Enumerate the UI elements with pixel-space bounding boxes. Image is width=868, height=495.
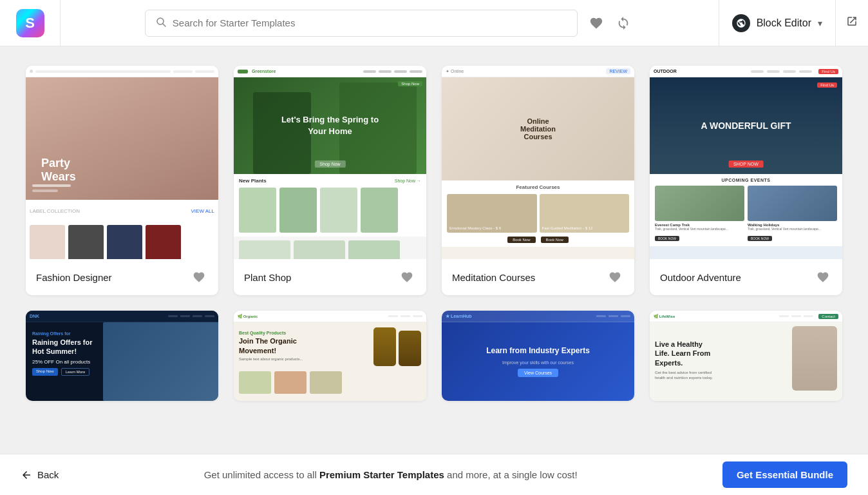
wordpress-logo <box>732 14 750 32</box>
back-button[interactable]: Back <box>21 469 59 481</box>
plant-nav: Greenstore <box>234 66 426 77</box>
template-preview-plant: Greenstore Let's Bring the Spring toYour… <box>234 66 426 259</box>
footer-bar: Back Get unlimited access to all Premium… <box>0 454 868 495</box>
app-logo: S <box>16 9 44 37</box>
refresh-icon[interactable] <box>612 12 634 34</box>
template-footer: Meditation Courses <box>442 259 634 295</box>
template-preview-meditation: ✦ Online REVIEW OnlineMeditationCourses … <box>442 66 634 259</box>
template-card[interactable]: Greenstore Let's Bring the Spring toYour… <box>234 66 426 295</box>
logo-area[interactable]: S <box>0 0 61 46</box>
template-card[interactable]: OUTDOOR Find Us A WONDERFUL GIFT SHOP NO… <box>650 66 842 295</box>
template-name: Meditation Courses <box>452 272 535 283</box>
search-bar[interactable] <box>145 10 578 37</box>
favorite-button[interactable] <box>814 268 832 286</box>
template-card[interactable]: ★ LearnHub Learn from Industry Experts I… <box>442 311 634 401</box>
favorite-button[interactable] <box>190 268 208 286</box>
search-container <box>145 10 634 37</box>
header: S Block <box>0 0 868 46</box>
template-card[interactable]: 🌿 Organic Best Quality Products Join The… <box>234 311 426 401</box>
template-card[interactable]: DNK Raining Offers for Raining Offers fo… <box>26 311 218 401</box>
template-preview-fashion: PartyWears LABEL COLLECTION VIEW ALL <box>26 66 218 259</box>
template-card[interactable]: PartyWears LABEL COLLECTION VIEW ALL <box>26 66 218 295</box>
svg-line-1 <box>163 24 165 26</box>
main-content: PartyWears LABEL COLLECTION VIEW ALL <box>0 46 868 452</box>
favorite-button[interactable] <box>398 268 416 286</box>
external-link-icon[interactable] <box>836 9 868 37</box>
template-footer: Fashion Designer <box>26 259 218 295</box>
favorite-button[interactable] <box>606 268 624 286</box>
template-grid: PartyWears LABEL COLLECTION VIEW ALL <box>26 66 842 401</box>
outdoor-nav: OUTDOOR Find Us <box>650 66 842 77</box>
template-card[interactable]: 🌿 LifeWise Contact Live a HealthyLife. L… <box>650 311 842 401</box>
favorites-icon[interactable] <box>585 12 607 34</box>
search-input[interactable] <box>173 17 567 28</box>
template-name: Outdoor Adventure <box>660 272 741 283</box>
chevron-down-icon: ▾ <box>818 18 822 28</box>
template-card[interactable]: ✦ Online REVIEW OnlineMeditationCourses … <box>442 66 634 295</box>
template-name: Fashion Designer <box>36 272 112 283</box>
template-preview-academy: ★ LearnHub Learn from Industry Experts I… <box>442 311 634 401</box>
block-editor-label: Block Editor <box>757 17 811 29</box>
footer-message: Get unlimited access to all Premium Star… <box>204 469 578 480</box>
template-preview-dnk: DNK Raining Offers for Raining Offers fo… <box>26 311 218 401</box>
template-footer: Outdoor Adventure <box>650 259 842 295</box>
template-preview-outdoor: OUTDOOR Find Us A WONDERFUL GIFT SHOP NO… <box>650 66 842 259</box>
template-preview-organic: 🌿 Organic Best Quality Products Join The… <box>234 311 426 401</box>
template-footer: Plant Shop <box>234 259 426 295</box>
template-preview-healthy: 🌿 LifeWise Contact Live a HealthyLife. L… <box>650 311 842 401</box>
template-name: Plant Shop <box>244 272 291 283</box>
search-icon <box>156 17 166 30</box>
block-editor-section[interactable]: Block Editor ▾ <box>719 0 836 46</box>
get-bundle-button[interactable]: Get Essential Bundle <box>722 461 847 488</box>
